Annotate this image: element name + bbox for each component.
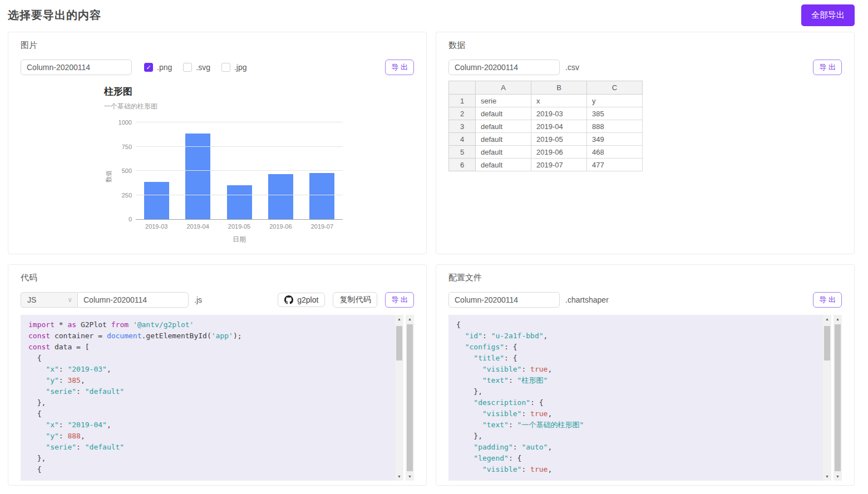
format-label: .jpg: [234, 63, 247, 72]
config-scrollbar-inner[interactable]: ▲ ▼: [823, 315, 831, 481]
code-panel: 代码 JS ∨ .js g2plot 复制代码 导 出 import * as …: [8, 264, 427, 486]
code-export-button[interactable]: 导 出: [385, 292, 414, 308]
code-scrollbar-inner[interactable]: ▲ ▼: [395, 315, 403, 481]
code-viewer: import * as G2Plot from '@antv/g2plot'co…: [21, 315, 414, 481]
scroll-down-icon[interactable]: ▼: [406, 472, 414, 481]
scroll-up-icon[interactable]: ▲: [834, 315, 842, 323]
chart-y-ticks: 02505007501000: [113, 123, 132, 220]
chevron-down-icon: ∨: [67, 296, 72, 304]
page-title: 选择要导出的内容: [8, 8, 101, 23]
code-content: import * as G2Plot from '@antv/g2plot'co…: [21, 315, 395, 481]
format-option-png[interactable]: ✓.png: [144, 63, 172, 72]
row-number: 4: [449, 133, 476, 146]
format-option-jpg[interactable]: .jpg: [221, 63, 247, 72]
gridline: [136, 122, 343, 122]
config-content: { "id": "u-2a1f-bbd", "configs": { "titl…: [448, 315, 823, 481]
chart-bar: [144, 182, 169, 219]
chart-plot: [136, 123, 343, 220]
data-panel: 数据 .csv 导 出 ABC1seriexy2default2019-0338…: [436, 32, 855, 254]
data-export-button[interactable]: 导 出: [813, 60, 842, 75]
x-tick-label: 2019-04: [177, 223, 218, 230]
scroll-up-icon[interactable]: ▲: [395, 315, 403, 323]
table-row: 1seriexy: [449, 95, 643, 107]
scroll-up-icon[interactable]: ▲: [406, 315, 414, 323]
row-number: 6: [449, 159, 476, 171]
export-all-button[interactable]: 全部导出: [801, 4, 855, 26]
table-cell: default: [476, 107, 531, 120]
row-number: 3: [449, 120, 476, 133]
table-cell: 385: [587, 107, 643, 120]
language-select-value: JS: [27, 295, 36, 304]
image-filename-input[interactable]: [21, 60, 132, 75]
table-cell: 888: [587, 120, 643, 133]
table-cell: default: [476, 146, 531, 159]
format-options: ✓.png.svg.jpg: [144, 63, 258, 72]
data-filename-input[interactable]: [448, 60, 560, 75]
code-extension-label: .js: [194, 295, 202, 304]
data-extension-label: .csv: [565, 63, 579, 72]
chart-subtitle: 一个基础的柱形图: [104, 102, 366, 111]
table-cell: 2019-04: [531, 120, 587, 133]
table-cell: 2019-03: [531, 107, 587, 120]
table-cell: serie: [476, 95, 531, 107]
scroll-down-icon[interactable]: ▼: [834, 472, 842, 481]
row-number: 5: [449, 146, 476, 159]
language-select[interactable]: JS ∨: [21, 292, 77, 308]
config-filename-input[interactable]: [448, 292, 560, 308]
row-number: 1: [449, 95, 476, 107]
format-option-svg[interactable]: .svg: [183, 63, 210, 72]
table-row: 3default2019-04888: [449, 120, 643, 133]
y-tick-label: 0: [129, 216, 132, 223]
table-row: 4default2019-05349: [449, 133, 643, 146]
gridline: [136, 195, 343, 195]
scrollbar-thumb[interactable]: [835, 324, 841, 471]
table-row: 5default2019-06468: [449, 146, 643, 159]
copy-code-button[interactable]: 复制代码: [333, 292, 377, 308]
github-button-label: g2plot: [297, 295, 318, 304]
scroll-up-icon[interactable]: ▲: [823, 315, 831, 323]
code-filename-input[interactable]: [77, 292, 189, 308]
table-cell: 349: [587, 133, 643, 146]
data-table: ABC1seriexy2default2019-033853default201…: [448, 81, 643, 171]
chart-bar: [227, 185, 252, 219]
format-label: .png: [157, 63, 172, 72]
image-panel: 图片 ✓.png.svg.jpg 导 出 柱形图 一个基础的柱形图 数值 025…: [8, 32, 427, 254]
chart-bar: [309, 173, 334, 219]
table-cell: default: [476, 120, 531, 133]
table-cell: default: [476, 159, 531, 171]
code-panel-title: 代码: [21, 273, 414, 283]
chart-bars: [136, 123, 343, 219]
scrollbar-thumb[interactable]: [396, 326, 402, 360]
config-panel: 配置文件 .chartshaper 导 出 { "id": "u-2a1f-bb…: [436, 264, 855, 486]
column-header: A: [476, 81, 531, 95]
code-scrollbar-outer[interactable]: ▲ ▼: [406, 315, 414, 481]
image-panel-title: 图片: [21, 40, 414, 51]
scrollbar-thumb[interactable]: [407, 324, 413, 471]
github-g2plot-button[interactable]: g2plot: [278, 293, 325, 307]
config-export-button[interactable]: 导 出: [813, 292, 842, 308]
chart-preview: 柱形图 一个基础的柱形图 数值 02505007501000 2019-0320…: [104, 85, 366, 244]
x-tick-label: 2019-06: [260, 223, 301, 230]
y-tick-label: 500: [122, 167, 132, 174]
scroll-down-icon[interactable]: ▼: [823, 472, 831, 481]
x-tick-label: 2019-07: [302, 223, 343, 230]
table-cell: y: [587, 95, 643, 107]
checkbox-checked-icon[interactable]: ✓: [144, 63, 153, 72]
chart-x-axis-label: 日期: [136, 235, 343, 244]
y-tick-label: 1000: [119, 119, 132, 126]
github-icon: [284, 295, 293, 304]
table-cell: 2019-06: [531, 146, 587, 159]
scroll-down-icon[interactable]: ▼: [395, 472, 403, 481]
checkbox-unchecked-icon[interactable]: [221, 63, 230, 72]
scrollbar-thumb[interactable]: [824, 326, 830, 360]
export-dialog: 选择要导出的内容 全部导出 图片 ✓.png.svg.jpg 导 出 柱形图 一…: [0, 0, 868, 486]
image-export-button[interactable]: 导 出: [385, 60, 414, 75]
chart-y-axis-label: 数值: [104, 123, 113, 244]
gridline: [136, 146, 343, 147]
table-row: 2default2019-03385: [449, 107, 643, 120]
row-number: 2: [449, 107, 476, 120]
checkbox-unchecked-icon[interactable]: [183, 63, 192, 72]
config-scrollbar-outer[interactable]: ▲ ▼: [834, 315, 842, 481]
table-cell: 477: [587, 159, 643, 171]
y-tick-label: 750: [122, 144, 132, 150]
